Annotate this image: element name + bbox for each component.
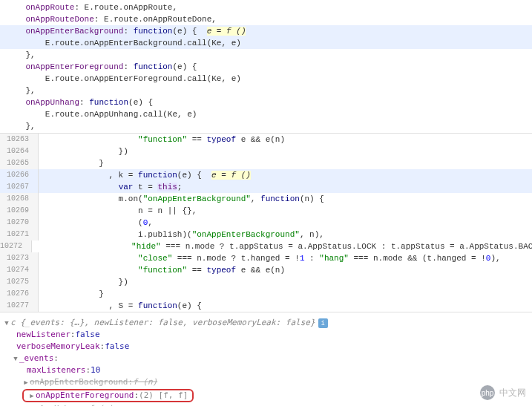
gutter-code-line[interactable]: 10269 n = n || {}, [0,205,532,217]
gutter-code-line[interactable]: 10275 }) [0,276,532,288]
prop-value: false [75,329,99,341]
upper-code-panel: onAppRoute: E.route.onAppRoute, onAppRou… [0,0,532,134]
line-number: 10270 [0,217,39,229]
code-content: } [39,157,532,169]
prop-value: 10 [91,364,100,376]
watermark-text: 中文网 [499,387,526,399]
line-number: 10275 [0,276,39,288]
code-content: var t = this; [39,181,532,193]
gutter-code-panel: 10263 "function" == typeof e && e(n)1026… [0,134,532,312]
line-number: 10265 [0,157,39,169]
code-line[interactable]: E.route.onAppEnterBackground.call(Ke, e) [0,37,532,49]
code-content: "close" === n.mode ? t.hanged = !1 : "ha… [39,252,532,264]
line-number: 10267 [0,181,39,193]
code-content: }) [39,145,532,157]
gutter-code-line[interactable]: 10268 m.on("onAppEnterBackground", funct… [0,193,532,205]
prop-key: maxListeners [27,364,85,376]
gutter-code-line[interactable]: 10271 i.publish)("onAppEnterBackground",… [0,229,532,240]
line-number: 10264 [0,145,39,157]
line-number: 10274 [0,264,39,276]
gutter-code-line[interactable]: 10273 "close" === n.mode ? t.hanged = !1… [0,252,532,264]
line-number: 10276 [0,288,39,300]
code-content: , S = function(e) { [39,300,532,312]
prop-key: onAppEnterForeground [36,390,134,402]
collapse-arrow-icon[interactable]: ▶ [22,403,30,406]
collapse-arrow-icon[interactable]: ▶ [28,390,36,402]
gutter-code-line[interactable]: 10263 "function" == typeof e && e(n) [0,134,532,145]
code-content: n = n || {}, [39,205,532,217]
tree-item-onappenterforeground[interactable]: ▶ onAppEnterForeground: (2) [f, f] [3,388,529,403]
line-number: 10269 [0,205,39,217]
code-content: }) [39,276,532,288]
prop-key: _events [19,353,53,364]
tree-item-events[interactable]: ▼ _events: [3,353,529,364]
prop-key: onAppEnterBackground [30,376,128,388]
tree-root-label: c {_events: {…}, newListener: false, ver… [10,317,315,329]
code-line[interactable]: E.route.onAppUnhang.call(Ke, e) [0,108,532,120]
code-line[interactable]: E.route.onAppEnterForeground.call(Ke, e) [0,73,532,85]
tree-root[interactable]: ▼ c {_events: {…}, newListener: false, v… [3,317,529,329]
code-content: "hide" === n.mode ? t.appStatus = a.AppS… [32,240,532,252]
console-object-tree: ▼ c {_events: {…}, newListener: false, v… [0,312,532,406]
tree-item-verbosememoryleak[interactable]: verboseMemoryLeak: false [3,341,529,353]
gutter-code-line[interactable]: 10270 (0, [0,217,532,229]
code-line[interactable]: onAppEnterBackground: function(e) { e = … [0,25,532,37]
expand-arrow-icon[interactable]: ▼ [3,317,10,329]
gutter-code-line[interactable]: 10266 , k = function(e) { e = f () [0,169,532,181]
gutter-code-line[interactable]: 10267 var t = this; [0,181,532,193]
collapse-arrow-icon[interactable]: ▶ [22,376,30,388]
prop-value: (2) [f, f] [139,390,188,402]
tree-item-onappenterbackground[interactable]: ▶ onAppEnterBackground: f (n) [3,376,529,388]
prop-key: verboseMemoryLeak [16,341,100,353]
code-content: "function" == typeof e && e(n) [39,264,532,276]
highlighted-property-box: ▶ onAppEnterForeground: (2) [f, f] [22,389,194,402]
prop-value: f (n) [88,403,113,406]
gutter-code-line[interactable]: 10265 } [0,157,532,169]
php-logo-icon: php [480,385,495,400]
prop-key: onAppUnhang [30,403,84,406]
code-content: m.on("onAppEnterBackground", function(n)… [39,193,532,205]
code-content: , k = function(e) { e = f () [39,169,532,181]
line-number: 10268 [0,193,39,205]
line-number: 10271 [0,229,39,240]
code-line[interactable]: }, [0,85,532,96]
gutter-code-line[interactable]: 10276 } [0,288,532,300]
prop-key: newListener [16,329,70,341]
gutter-code-line[interactable]: 10264 }) [0,145,532,157]
line-number: 10266 [0,169,39,181]
tree-item-newlistener[interactable]: newListener: false [3,329,529,341]
tree-item-onappunhang[interactable]: ▶ onAppUnhang: f (n) [3,403,529,406]
code-content: i.publish)("onAppEnterBackground", n), [39,229,532,240]
code-content: "function" == typeof e && e(n) [39,134,532,145]
code-content: } [39,288,532,300]
tree-item-maxlisteners[interactable]: maxListeners: 10 [3,364,529,376]
line-number: 10273 [0,252,39,264]
prop-value: false [105,341,129,353]
code-content: (0, [39,217,532,229]
line-number: 10272 [0,240,32,252]
code-line[interactable]: onAppRoute: E.route.onAppRoute, [0,1,532,13]
gutter-code-line[interactable]: 10272 "hide" === n.mode ? t.appStatus = … [0,240,532,252]
code-line[interactable]: onAppEnterForeground: function(e) { [0,61,532,73]
info-badge-icon[interactable]: i [318,318,328,328]
code-line[interactable]: }, [0,120,532,132]
code-line[interactable]: onAppRouteDone: E.route.onAppRouteDone, [0,13,532,25]
line-number: 10263 [0,134,39,145]
gutter-code-line[interactable]: 10274 "function" == typeof e && e(n) [0,264,532,276]
code-line[interactable]: }, [0,49,532,61]
prop-value: f (n) [133,376,157,388]
watermark: php 中文网 [480,385,526,400]
gutter-code-line[interactable]: 10277 , S = function(e) { [0,300,532,312]
line-number: 10277 [0,300,39,312]
expand-arrow-icon[interactable]: ▼ [12,353,19,364]
code-line[interactable]: onAppUnhang: function(e) { [0,96,532,108]
